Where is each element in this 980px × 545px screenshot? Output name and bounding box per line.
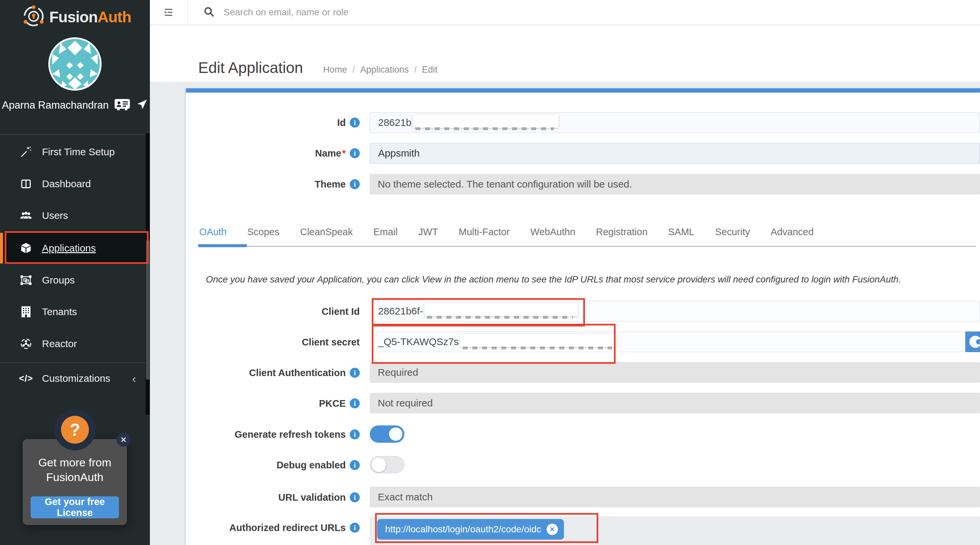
user-line: Aparna Ramachandran: [0, 99, 150, 112]
tab-cleanspeak[interactable]: CleanSpeak: [300, 226, 353, 237]
fusionauth-logo[interactable]: FusionAuth: [23, 5, 131, 29]
debug-enabled-label: Debug enabled i: [186, 459, 360, 471]
reveal-secret-button[interactable]: [965, 331, 980, 352]
info-icon[interactable]: i: [350, 118, 360, 127]
oauth-note: Once you have saved your Application, yo…: [206, 274, 901, 285]
info-icon[interactable]: i: [350, 429, 360, 440]
generate-refresh-tokens-label: Generate refresh tokens i: [186, 429, 360, 440]
collapse-sidebar-icon[interactable]: [150, 7, 187, 18]
edit-application-card: Id i 28621b Name* i Appsmith Theme i No …: [186, 88, 980, 545]
magic-wand-icon: [19, 146, 33, 158]
sidebar-item-customizations[interactable]: </> Customizations ‹: [0, 363, 150, 394]
users-icon: [19, 210, 33, 221]
pkce-select[interactable]: Not required: [370, 393, 980, 413]
sidebar-item-reactor[interactable]: Reactor: [0, 328, 150, 359]
client-secret-field[interactable]: _Q5-TKAWQSz7s: [370, 331, 965, 352]
reactor-icon: [19, 338, 33, 350]
url-validation-label: URL validation i: [186, 491, 360, 504]
sidebar-item-first-time-setup[interactable]: First Time Setup: [0, 137, 150, 167]
url-validation-select[interactable]: Exact match: [370, 487, 980, 507]
user-name: Aparna Ramachandran: [2, 99, 109, 111]
tenants-building-icon: [19, 306, 33, 318]
tab-oauth[interactable]: OAuth: [199, 226, 226, 237]
active-tab-indicator: [198, 244, 247, 247]
application-tabs: OAuth Scopes CleanSpeak Email JWT Multi-…: [199, 226, 814, 237]
brand-text: FusionAuth: [49, 8, 131, 26]
id-field[interactable]: 28621b: [370, 112, 980, 133]
fusionauth-orbit-icon: [23, 5, 45, 29]
contact-card-icon[interactable]: [115, 99, 130, 112]
info-icon[interactable]: i: [350, 523, 360, 533]
dashboard-icon: [19, 178, 33, 190]
page-title: Edit Application: [198, 59, 303, 76]
search-input[interactable]: [224, 7, 690, 18]
tab-saml[interactable]: SAML: [668, 226, 695, 237]
client-id-field[interactable]: 28621b6f-: [370, 301, 980, 322]
tab-email[interactable]: Email: [374, 226, 398, 237]
remove-url-icon[interactable]: ✕: [547, 524, 558, 535]
search-zone: [188, 6, 980, 19]
required-asterisk: *: [342, 148, 346, 159]
tab-webauthn[interactable]: WebAuthn: [530, 226, 575, 237]
redaction-overlay: [460, 334, 617, 347]
info-icon[interactable]: i: [350, 179, 360, 189]
tab-jwt[interactable]: JWT: [418, 226, 438, 237]
promo-close-icon[interactable]: ✕: [116, 433, 130, 447]
info-icon[interactable]: i: [350, 492, 360, 502]
sidebar-item-applications[interactable]: Applications: [0, 233, 150, 263]
chevron-left-icon[interactable]: ‹: [132, 372, 136, 385]
info-icon[interactable]: i: [350, 398, 360, 408]
search-icon: [203, 6, 215, 19]
promo-title: Get more from FusionAuth: [23, 455, 127, 484]
client-authentication-label: Client Authentication i: [186, 367, 360, 379]
tab-security[interactable]: Security: [715, 226, 750, 237]
info-icon[interactable]: i: [350, 368, 360, 378]
eye-icon: [969, 336, 980, 348]
generate-refresh-tokens-toggle[interactable]: [370, 425, 404, 443]
theme-label: Theme i: [186, 178, 360, 190]
tab-multi-factor[interactable]: Multi-Factor: [459, 226, 510, 237]
info-icon[interactable]: i: [350, 148, 360, 158]
location-arrow-icon[interactable]: [136, 99, 148, 112]
toggle-knob: [389, 427, 402, 441]
breadcrumb-edit: Edit: [422, 65, 438, 75]
authorized-redirect-urls-label: Authorized redirect URLs i: [186, 522, 360, 534]
tab-registration[interactable]: Registration: [596, 226, 648, 237]
sidebar-item-users[interactable]: Users: [0, 200, 150, 231]
id-label: Id i: [186, 116, 360, 129]
client-id-label: Client Id: [186, 306, 360, 317]
redaction-overlay: [413, 115, 558, 128]
sidebar-scrollbar-thumb[interactable]: [146, 240, 150, 380]
toggle-knob: [371, 457, 386, 472]
help-question-icon[interactable]: ?: [61, 416, 89, 444]
sidebar-item-dashboard[interactable]: Dashboard: [0, 169, 150, 199]
sidebar-item-groups[interactable]: Groups: [0, 265, 150, 295]
debug-enabled-toggle[interactable]: [370, 456, 404, 473]
tab-advanced[interactable]: Advanced: [771, 226, 814, 237]
info-icon[interactable]: i: [350, 460, 360, 470]
name-label: Name* i: [186, 147, 360, 159]
redaction-overlay: [425, 303, 578, 317]
redirect-url-chip: http://localhost/login/oauth2/code/oidc …: [377, 519, 564, 540]
sidebar-scrollbar-track[interactable]: [146, 133, 150, 415]
name-field[interactable]: Appsmith: [370, 143, 980, 164]
topbar: [150, 0, 980, 25]
sidebar-item-tenants[interactable]: Tenants: [0, 296, 150, 327]
card-accent-bar: [186, 88, 980, 92]
sidebar: FusionAuth Apa: [0, 0, 150, 545]
client-authentication-select[interactable]: Required: [370, 362, 980, 383]
theme-select[interactable]: No theme selected. The tenant configurat…: [370, 174, 980, 194]
groups-icon: [19, 274, 33, 286]
page-header: Edit Application Home / Applications / E…: [150, 25, 980, 81]
tab-scopes[interactable]: Scopes: [247, 226, 280, 237]
applications-cube-icon: [19, 242, 33, 254]
user-avatar[interactable]: [48, 37, 102, 91]
authorized-redirect-urls-field[interactable]: http://localhost/login/oauth2/code/oidc …: [370, 516, 980, 545]
get-free-license-button[interactable]: Get your free License: [31, 496, 119, 518]
breadcrumb-home[interactable]: Home: [323, 65, 347, 75]
breadcrumb-applications[interactable]: Applications: [360, 65, 409, 75]
breadcrumb: Home / Applications / Edit: [323, 65, 438, 75]
sidebar-divider-top: [0, 134, 150, 135]
pkce-label: PKCE i: [186, 397, 360, 410]
fusionauth-admin-screen: FusionAuth Apa: [0, 0, 980, 545]
